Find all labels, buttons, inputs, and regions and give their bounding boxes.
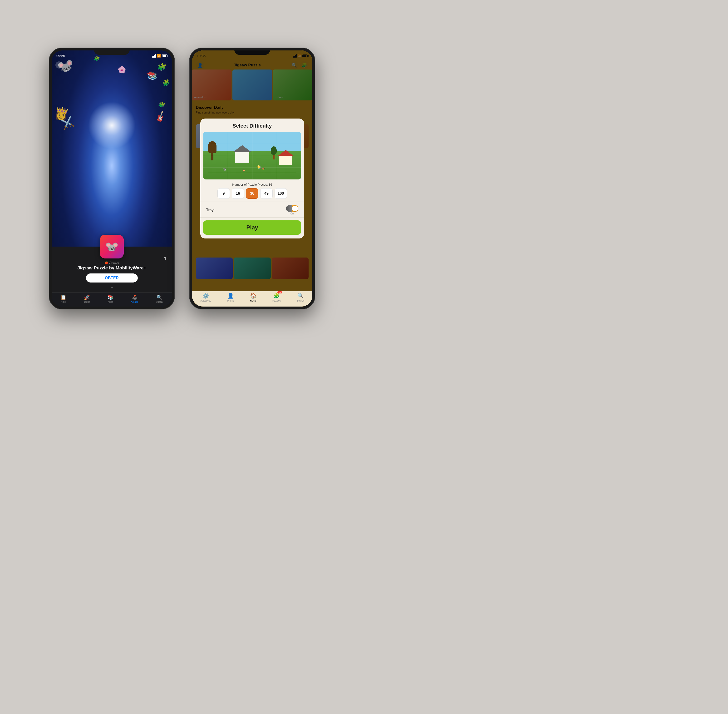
app-title: Jigsaw Puzzle by MobilityWare+	[77, 266, 146, 271]
book-piece: 📚	[147, 70, 158, 81]
tab-objectives[interactable]: ⚙️ Objectives	[200, 293, 211, 302]
signal-bar-3	[154, 55, 155, 58]
time-1: 09:50	[56, 54, 65, 58]
tab-home-label: Home	[250, 299, 256, 302]
puzzle-pieces-area: 🐭 👸 ⚔️ 🧩 🧩 🧩 🧩 📚 🌸 🎸	[52, 51, 172, 153]
signal-bar-2	[153, 56, 154, 58]
tab-profile-icon: 👤	[228, 293, 234, 299]
toggle-wrapper: On	[286, 205, 298, 215]
status-icons-1: 📶	[152, 54, 167, 58]
tab-home-icon: 🏠	[250, 293, 256, 299]
tab-hoje-label: Hoje	[61, 301, 66, 303]
arcade-text: Arcade	[109, 261, 119, 264]
mickey-icon: 🐭	[105, 240, 118, 253]
tab-hoje-icon: 📋	[60, 294, 66, 300]
tab-buscar-label: Buscar	[156, 301, 163, 303]
pieces-selector: 9 16 36 49 100	[200, 188, 304, 199]
piece-btn-49[interactable]: 49	[260, 188, 273, 199]
puzzle-grid-overlay	[203, 132, 301, 180]
tab-jogos-label: Jogos	[84, 301, 90, 303]
wifi-icon-1: 📶	[157, 54, 161, 58]
status-bar-1: 09:50 📶	[56, 54, 167, 58]
tab-arcade-icon: 🕹️	[132, 294, 138, 300]
battery-icon-1	[162, 54, 167, 57]
tab-apps-label: Apps	[108, 301, 113, 303]
tab-bar-1: 📋 Hoje 🚀 Jogos 📚 Apps 🕹️ Arcade 🔍 Buscar	[52, 292, 172, 306]
tab-home[interactable]: 🏠 Home	[250, 293, 256, 302]
piece-btn-100[interactable]: 100	[274, 188, 287, 199]
piece-btn-16[interactable]: 16	[232, 188, 244, 199]
tab-profile[interactable]: 👤 Profile	[227, 293, 234, 302]
puzzle-3: 🧩	[157, 100, 166, 109]
puzzle-2: 🧩	[162, 78, 170, 87]
tray-label: Tray:	[206, 208, 214, 212]
tray-toggle[interactable]	[286, 205, 298, 212]
guitar-piece: 🎸	[154, 110, 168, 123]
phone-1: 🐭 👸 ⚔️ 🧩 🧩 🧩 🧩 📚 🌸 🎸 09:50 📶	[49, 48, 175, 309]
back-button[interactable]: ‹	[55, 62, 63, 69]
chevron-down-icon: ⌄	[110, 284, 114, 289]
tab-search[interactable]: 🔍 Search	[297, 293, 304, 302]
tab-profile-label: Profile	[227, 299, 234, 302]
toggle-knob	[292, 206, 298, 212]
tray-row: Tray: On	[200, 202, 304, 217]
difficulty-modal: Select Difficulty	[200, 118, 304, 238]
modal-title: Select Difficulty	[200, 118, 304, 132]
apple-logo: 🍎	[105, 261, 108, 264]
tab-jogos-icon: 🚀	[84, 294, 90, 300]
tab-bar-2: ⚙️ Objectives 👤 Profile 🏠 Home 🧩 Puzzles…	[192, 291, 312, 306]
tab-buscar-icon: 🔍	[157, 294, 162, 300]
piece-btn-9[interactable]: 9	[217, 188, 230, 199]
signal-bar-4	[155, 54, 156, 58]
tab-apps[interactable]: 📚 Apps	[108, 294, 114, 303]
signal-bars-1	[152, 54, 156, 58]
tab-hoje[interactable]: 📋 Hoje	[60, 294, 66, 303]
app-icon: 🐭	[100, 235, 124, 258]
modal-overlay: Select Difficulty	[192, 51, 312, 306]
toggle-state-label: On	[291, 212, 294, 215]
phone-1-screen: 🐭 👸 ⚔️ 🧩 🧩 🧩 🧩 📚 🌸 🎸 09:50 📶	[52, 51, 172, 306]
tab-objectives-label: Objectives	[200, 299, 211, 302]
signal-bar-1	[152, 56, 153, 58]
tab-buscar[interactable]: 🔍 Buscar	[156, 294, 163, 303]
puzzle-1: 🧩	[156, 62, 167, 72]
tab-search-label: Search	[297, 299, 304, 302]
play-button[interactable]: Play	[203, 220, 301, 235]
tab-arcade[interactable]: 🕹️ Arcade	[131, 294, 138, 303]
divider-2	[200, 217, 304, 218]
tab-search-icon: 🔍	[297, 293, 304, 299]
tab-apps-icon: 📚	[108, 294, 114, 300]
share-button[interactable]: ⬆	[163, 256, 167, 261]
tab-puzzles-icon: 🧩	[273, 293, 280, 299]
tab-puzzles[interactable]: 🧩 Puzzles	[273, 293, 281, 302]
tab-arcade-label: Arcade	[131, 301, 138, 303]
tab-puzzles-label: Puzzles	[273, 299, 281, 302]
pieces-label: Number of Puzzle Pieces: 36	[200, 183, 304, 186]
arcade-label: 🍎 Arcade	[105, 261, 119, 264]
get-button[interactable]: OBTER	[86, 273, 138, 282]
tab-jogos[interactable]: 🚀 Jogos	[84, 294, 90, 303]
piece-btn-36[interactable]: 36	[246, 188, 258, 199]
flower-piece: 🌸	[118, 66, 127, 74]
phone-2: 10:35 📶 👤 Jigsaw Puzzle 🔍 🧩	[189, 48, 315, 309]
tab-objectives-icon: ⚙️	[202, 293, 209, 299]
phone-2-screen: 10:35 📶 👤 Jigsaw Puzzle 🔍 🧩	[192, 51, 312, 306]
app-info-section: 🐭 🍎 Arcade Jigsaw Puzzle by MobilityWare…	[52, 247, 172, 292]
modal-puzzle-image: 🐄 🐎 🐓 👩‍🌾	[203, 132, 301, 180]
